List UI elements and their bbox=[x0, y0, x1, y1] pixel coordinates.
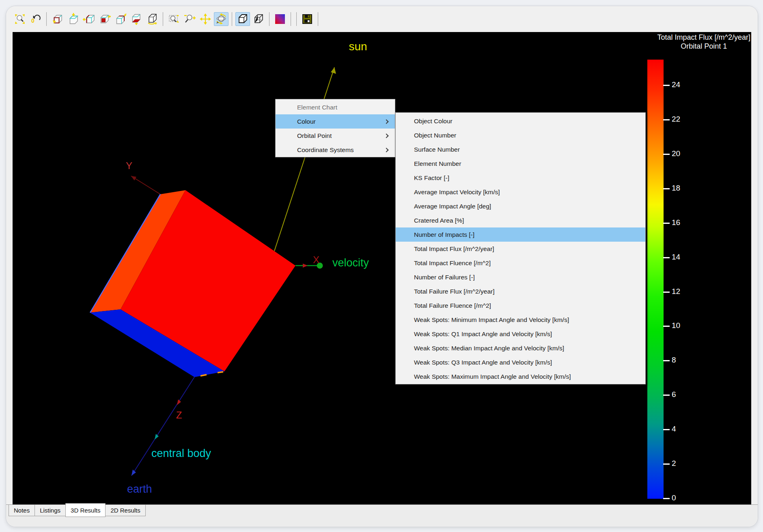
submenu-item-label: Cratered Area [%] bbox=[414, 217, 464, 224]
colorbar-title: Total Impact Flux [/m^2/year]Orbital Poi… bbox=[657, 33, 750, 51]
context-menu-item[interactable]: Orbital Point bbox=[276, 129, 395, 143]
zoom-window-button[interactable] bbox=[166, 12, 181, 26]
view-axonometric-icon bbox=[146, 13, 158, 25]
sun-axis-arrowhead bbox=[331, 67, 336, 74]
submenu-item-label: Weak Spots: Q1 Impact Angle and Velocity… bbox=[414, 330, 552, 338]
colorbar-tick-mark bbox=[663, 85, 670, 86]
context-menu-header: Element Chart bbox=[276, 100, 395, 114]
shaded-view-button[interactable] bbox=[235, 12, 250, 26]
toolbar-separator bbox=[46, 12, 47, 26]
z-axis-arrowhead bbox=[131, 470, 136, 476]
sun-label: sun bbox=[349, 40, 367, 53]
colorbar-tick-label: 8 bbox=[672, 356, 676, 365]
submenu-item[interactable]: Weak Spots: Q3 Impact Angle and Velocity… bbox=[396, 355, 645, 369]
rotate-button[interactable] bbox=[214, 12, 228, 26]
submenu-arrow-icon bbox=[384, 119, 388, 124]
tab[interactable]: Listings bbox=[34, 505, 66, 516]
view-back-icon bbox=[114, 13, 127, 25]
submenu-item-label: Weak Spots: Q3 Impact Angle and Velocity… bbox=[414, 359, 552, 366]
sun-axis-line bbox=[274, 67, 334, 251]
reset-view-icon: 0 bbox=[30, 13, 42, 25]
submenu-item[interactable]: Cratered Area [%] bbox=[396, 213, 645, 227]
3d-viewport[interactable]: sun Y X velocity Z central body earth To… bbox=[13, 32, 751, 504]
colorbar-tick-mark bbox=[663, 119, 670, 120]
shaded-view-icon bbox=[237, 13, 249, 25]
submenu-item-label: Object Number bbox=[414, 132, 456, 139]
view-right-button[interactable] bbox=[97, 12, 112, 26]
central-body-label: central body bbox=[151, 447, 211, 459]
context-menu-item[interactable]: Coordinate Systems bbox=[276, 143, 395, 157]
submenu-item[interactable]: Weak Spots: Q1 Impact Angle and Velocity… bbox=[396, 327, 645, 341]
colour-scale-icon bbox=[274, 13, 286, 25]
pan-button[interactable] bbox=[198, 12, 213, 26]
save-image-button[interactable] bbox=[300, 12, 315, 26]
submenu-item-label: Number of Failures [-] bbox=[414, 274, 475, 281]
view-axonometric-button[interactable] bbox=[145, 12, 159, 26]
colorbar bbox=[647, 60, 664, 499]
colorbar-tick-mark bbox=[663, 154, 670, 155]
toolbar-separator bbox=[232, 12, 232, 26]
zoom-extents-button[interactable] bbox=[13, 12, 27, 26]
cube-edge-dash bbox=[218, 372, 223, 373]
tab[interactable]: 3D Results bbox=[65, 503, 106, 517]
submenu-item[interactable]: Average Impact Angle [deg] bbox=[396, 199, 645, 213]
submenu-item[interactable]: Surface Number bbox=[396, 142, 645, 157]
reset-view-button[interactable]: 0 bbox=[28, 12, 43, 26]
submenu-item[interactable]: Total Impact Fluence [/m^2] bbox=[396, 256, 645, 270]
submenu-item[interactable]: Number of Impacts [-] bbox=[396, 227, 645, 242]
submenu-item[interactable]: Total Impact Flux [/m^2/year] bbox=[396, 242, 645, 256]
view-front-button[interactable] bbox=[50, 12, 65, 26]
view-top-button[interactable] bbox=[66, 12, 80, 26]
submenu-item-label: Total Failure Fluence [/m^2] bbox=[414, 302, 491, 309]
submenu-item[interactable]: KS Factor [-] bbox=[396, 171, 645, 185]
zoom-in-out-button[interactable] bbox=[182, 12, 197, 26]
submenu-item[interactable]: Number of Failures [-] bbox=[396, 270, 645, 284]
tab-label: Listings bbox=[40, 507, 60, 514]
colorbar-tick-label: 16 bbox=[672, 218, 680, 227]
colorbar-tick-mark bbox=[663, 429, 670, 430]
colour-scale-button[interactable] bbox=[273, 12, 287, 26]
tab-label: 2D Results bbox=[110, 507, 140, 514]
submenu-item-label: Weak Spots: Minimum Impact Angle and Vel… bbox=[414, 316, 569, 324]
submenu-item[interactable]: Weak Spots: Minimum Impact Angle and Vel… bbox=[396, 313, 645, 327]
rotate-icon bbox=[215, 13, 227, 25]
colorbar-tick-mark bbox=[663, 498, 670, 499]
colorbar-tick-mark bbox=[663, 292, 670, 293]
tab[interactable]: 2D Results bbox=[105, 505, 145, 516]
submenu-arrow-icon bbox=[384, 133, 388, 138]
tab-label: Notes bbox=[14, 507, 30, 514]
z-axis-mid-arrowhead bbox=[177, 399, 181, 405]
tab[interactable]: Notes bbox=[9, 505, 35, 516]
submenu-item[interactable]: Total Failure Fluence [/m^2] bbox=[396, 298, 645, 313]
submenu-item[interactable]: Average Impact Velocity [km/s] bbox=[396, 185, 645, 199]
toolbar-separator bbox=[269, 12, 269, 26]
colorbar-tick-label: 24 bbox=[672, 80, 680, 89]
submenu-item-label: KS Factor [-] bbox=[414, 174, 449, 182]
submenu-arrow-icon bbox=[384, 148, 388, 152]
colorbar-tick-mark bbox=[663, 360, 670, 361]
submenu-item-label: Number of Impacts [-] bbox=[414, 231, 474, 238]
earth-label: earth bbox=[127, 483, 152, 495]
colorbar-tick-label: 22 bbox=[672, 115, 680, 124]
view-bottom-button[interactable] bbox=[129, 12, 144, 26]
y-axis-label: Y bbox=[126, 160, 132, 171]
colorbar-tick-mark bbox=[663, 395, 670, 396]
context-menu-item[interactable]: Colour bbox=[276, 114, 395, 129]
view-left-icon bbox=[83, 13, 95, 25]
submenu-item[interactable]: Weak Spots: Median Impact Angle and Velo… bbox=[396, 341, 645, 355]
submenu-item[interactable]: Total Failure Flux [/m^2/year] bbox=[396, 284, 645, 298]
submenu-item[interactable]: Object Number bbox=[396, 128, 645, 142]
submenu-item[interactable]: Object Colour bbox=[396, 114, 645, 128]
submenu-item-label: Total Failure Flux [/m^2/year] bbox=[414, 288, 495, 295]
app-window: 0 bbox=[6, 6, 758, 527]
zoom-in-out-icon bbox=[183, 13, 196, 25]
view-back-button[interactable] bbox=[113, 12, 128, 26]
view-left-button[interactable] bbox=[82, 12, 96, 26]
submenu-item[interactable]: Weak Spots: Maximum Impact Angle and Vel… bbox=[396, 369, 645, 384]
x-axis-label: X bbox=[313, 254, 319, 265]
wireframe-view-icon bbox=[252, 13, 265, 25]
submenu-item[interactable]: Element Number bbox=[396, 157, 645, 171]
view-front-icon bbox=[51, 13, 63, 25]
toolbar-separator bbox=[318, 12, 318, 26]
wireframe-view-button[interactable] bbox=[251, 12, 266, 26]
